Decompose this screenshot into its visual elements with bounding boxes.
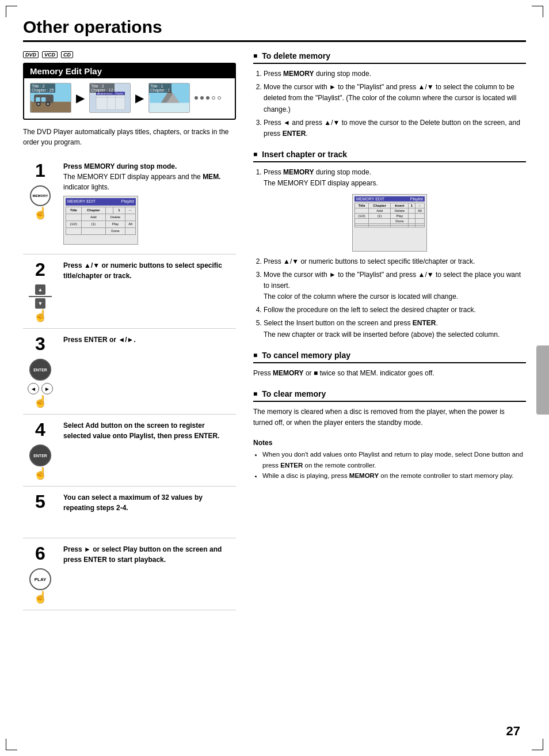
mem-row-2: (1/2) (1) Play All [66,221,136,227]
mem2-r5c5 [415,225,424,227]
disc-label-1: Title : 2Chapter : 25 [30,83,55,93]
mem2-header: Title Chapter Insert 1 ← [355,203,425,208]
mem-col-arrow: ← [125,207,136,214]
mem2-row-3: Done [355,218,425,223]
mem-header-row: Title Chapter 1 ← [66,207,136,214]
hand-icon-6: ☝ [33,590,48,604]
insert-step-4: Follow the procedure on the left to sele… [264,305,526,316]
cancel-memory-title: To cancel memory play [253,351,526,363]
step-4-num-col: 4 ENTER ☝ [23,415,58,486]
mem-cell-t3 [66,227,82,234]
left-column: DVD VCD CD Memory Edit Play Title : 2Cha… [23,51,236,610]
up-arrow-btn: ▲ [35,284,45,295]
mem2-r2c1: (1/2) [355,213,369,218]
delete-memory-title: To delete memory [253,51,526,64]
mem2-r1c5: All [415,208,424,213]
delete-step-2: Move the cursor with ► to the "Playlist"… [264,82,526,115]
format-icons-row: DVD VCD CD [23,51,236,58]
mem2-row-5 [355,225,425,227]
lr-arrows: ◄ ► [28,383,53,394]
insert-step-5: Select the Insert button on the screen a… [264,318,526,340]
page-number: 27 [506,724,520,739]
hand-icon-4: ☝ [33,466,48,480]
step-6-number: 6 [35,544,45,563]
mem-screen: MEMORY EDIT Playlist Title Chapter 1 ← [63,196,138,245]
step-4-content: Select Add button on the screen to regis… [58,415,236,486]
mem2-r2c3: Play [391,213,409,218]
mem-cell-r2: All [125,221,136,227]
step-1-heading: Press MEMORY during stop mode. [63,162,177,170]
notes-list: When you don't add values onto Playlist … [253,449,526,481]
mem-cell-del: Delete [105,214,125,221]
mem2-r2c4 [409,213,415,218]
mem2-r3c1 [355,218,369,223]
arrow-divider [29,296,52,297]
mem-screen-2-table: Title Chapter Insert 1 ← Add Delete All [354,203,425,227]
step-6: 6 PLAY ☝ Press ► or select Play button o… [23,538,236,610]
mem-cell-t1 [66,214,82,221]
step-5: 5 You can select a maximum of 32 values … [23,487,236,538]
mem2-col-arr: ← [415,203,424,208]
insert-step-1: Press MEMORY during stop mode.The MEMORY… [264,167,526,189]
disc-thumb-2: Title : 2Chapter : 12 MEMORY EDIT Playli… [89,83,131,113]
step-4-icon: ENTER ☝ [29,442,51,480]
mem2-row-2: (1/2) (1) Play [355,213,425,218]
disc-label-2: Title : 2Chapter : 12 [90,83,115,93]
step-1: 1 MEMORY ☝ Press MEMORY during stop mode… [23,155,236,254]
cancel-memory-text: Press MEMORY or ■ twice so that MEM. ind… [253,368,526,379]
step-5-heading: You can select a maximum of 32 values by… [63,493,203,512]
mem-cell-t2: (1/2) [66,221,82,227]
svg-point-6 [37,103,40,105]
cancel-memory-title-text: To cancel memory play [262,351,350,360]
mem-cell-r1 [125,214,136,221]
clear-memory-text: The memory is cleared when a disc is rem… [253,407,526,428]
mem2-row-1: Add Delete All [355,208,425,213]
mem-cell-c3 [81,227,105,234]
mem2-title-right: Playlist [410,197,423,201]
mem2-title-left: MEMORY EDIT [356,197,384,201]
hand-icon-3: ☝ [33,394,48,408]
dot-5 [218,96,221,100]
enter-button-icon: ENTER [29,359,51,381]
mem-cell-c2: (1) [81,221,105,227]
mem-col-add [105,207,113,214]
svg-rect-21 [150,103,189,112]
step-6-heading: Press ► or select Play button on the scr… [63,545,222,564]
mem2-r3c4 [409,218,415,223]
mem-cell-c1: Add [81,214,105,221]
disc-thumb-1: Title : 2Chapter : 25 [30,83,71,113]
step-5-number: 5 [35,492,45,511]
dot-2 [200,96,204,100]
mem-cell-play: Play [105,221,125,227]
dot-1 [195,96,198,100]
step-1-subtext: The MEMORY EDIT display appears and the … [63,172,230,192]
step-4: 4 ENTER ☝ Select Add button on the scree… [23,415,236,487]
mem2-r1c1 [355,208,369,213]
notes-title: Notes [253,439,526,447]
step-2-content: Press ▲/▼ or numeric buttons to select s… [58,254,236,328]
step-4-heading: Select Add button on the screen to regis… [63,421,219,440]
delete-step-3: Press ◄ and press ▲/▼ to move the cursor… [264,117,526,139]
step-3-heading: Press ENTER or ◄/►. [63,336,136,344]
cancel-memory-section: To cancel memory play Press MEMORY or ■ … [253,351,526,379]
dot-4 [212,96,215,100]
disc-label-3: Title : 1Chapter : 1 [149,83,171,93]
dvd-badge: DVD [23,51,39,58]
clear-memory-section: To clear memory The memory is cleared wh… [253,389,526,428]
mem-col-chapter: Chapter [81,207,105,214]
mem2-r3c2 [369,218,391,223]
clear-memory-title-text: To clear memory [262,389,326,398]
mem-screen-2: MEMORY EDIT Playlist Title Chapter Inser… [352,194,427,252]
note-1: When you don't add values onto Playlist … [262,449,526,470]
mem2-r1c3: Delete [391,208,409,213]
mem2-col-1: 1 [409,203,415,208]
arrow-2: ▶ [135,91,144,105]
step-6-num-col: 6 PLAY ☝ [23,538,58,610]
step-1-icon: MEMORY ☝ [30,183,51,220]
step-1-number: 1 [35,161,45,180]
step-2: 2 ▲ ▼ ☝ Press ▲/▼ or numeric buttons to … [23,254,236,329]
mem2-r5c3 [391,225,409,227]
mem-title-right: Playlist [121,199,134,205]
disc-images-row: Title : 2Chapter : 25 [24,78,235,119]
mem-row-3: Done [66,227,136,234]
